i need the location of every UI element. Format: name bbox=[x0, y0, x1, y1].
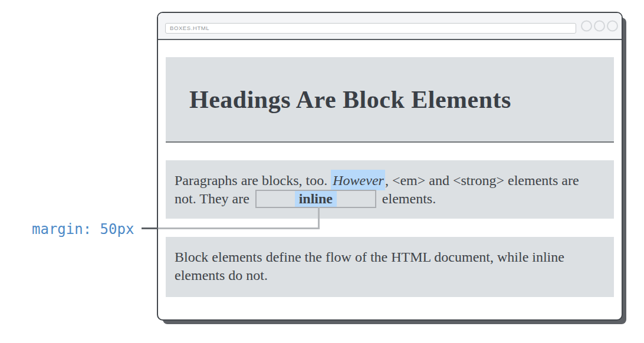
figure-canvas: margin: 50px BOXES.HTML Headings Are Blo… bbox=[0, 0, 644, 343]
browser-toolbar: BOXES.HTML bbox=[158, 13, 622, 40]
annotation-connector-vertical-line bbox=[318, 207, 320, 229]
em-highlight: However bbox=[331, 170, 385, 190]
page-content: Headings Are Block Elements Paragraphs a… bbox=[158, 40, 622, 297]
paragraph-1-line-1: Paragraphs are blocks, too. However, <em… bbox=[175, 172, 605, 190]
window-control-button-icon[interactable] bbox=[607, 21, 618, 32]
browser-window: BOXES.HTML Headings Are Block Elements P… bbox=[157, 12, 623, 321]
window-control-button-icon[interactable] bbox=[581, 21, 592, 32]
paragraph-1-line-2: not. They are inline elements. bbox=[175, 190, 605, 208]
annotation-connector-dash bbox=[142, 227, 158, 229]
annotation-connector-horizontal-line bbox=[158, 227, 319, 229]
heading-block: Headings Are Block Elements bbox=[166, 57, 614, 143]
page-title: Headings Are Block Elements bbox=[189, 85, 511, 114]
strong-highlight: inline bbox=[295, 191, 337, 207]
window-control-button-icon[interactable] bbox=[594, 21, 605, 32]
window-controls bbox=[581, 21, 618, 32]
paragraph-text: elements. bbox=[382, 190, 436, 208]
url-bar[interactable]: BOXES.HTML bbox=[165, 23, 576, 34]
inline-margin-box: inline bbox=[255, 190, 376, 208]
margin-annotation-label: margin: 50px bbox=[32, 221, 134, 238]
paragraph-text: , <em> and <strong> elements are bbox=[385, 173, 579, 188]
paragraph-text: not. They are bbox=[175, 190, 249, 208]
url-text: BOXES.HTML bbox=[170, 25, 209, 31]
paragraph-text: Paragraphs are blocks, too. bbox=[175, 173, 331, 188]
paragraph-block-1: Paragraphs are blocks, too. However, <em… bbox=[166, 160, 614, 219]
paragraph-block-2: Block elements define the flow of the HT… bbox=[166, 237, 614, 297]
paragraph-text: Block elements define the flow of the HT… bbox=[175, 249, 564, 283]
